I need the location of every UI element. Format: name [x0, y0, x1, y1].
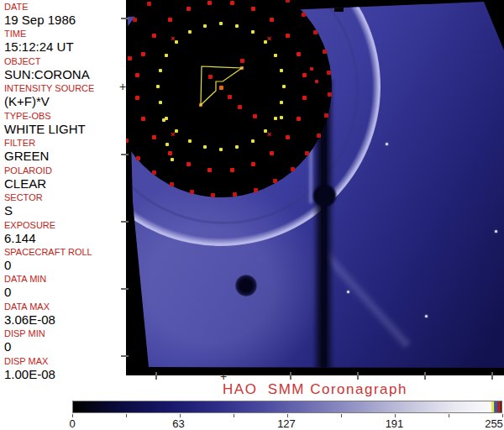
- field-object: OBJECT SUN:CORONA: [0, 56, 126, 83]
- field-exposure: EXPOSURE 6.144: [0, 220, 126, 247]
- fiducial-polygon: [201, 66, 242, 105]
- colorbar-tick: [502, 414, 503, 417]
- field-label: DISP MIN: [4, 328, 126, 339]
- field-label: SPACECRAFT ROLL: [4, 247, 126, 258]
- colorbar-tick-label: 127: [277, 417, 296, 430]
- field-disp-min: DISP MIN 0: [0, 328, 126, 355]
- colorbar-end-stripe: [494, 401, 495, 412]
- field-value: 6.144: [4, 231, 126, 245]
- colorbar-tick: [180, 414, 181, 417]
- image-caption: HAO SMM Coronagraph: [126, 381, 504, 398]
- field-label: SECTOR: [4, 192, 126, 203]
- field-intensity-source: INTENSITY SOURCE (K+F)*V: [0, 83, 126, 110]
- colorbar-tick-label: 0: [69, 417, 75, 430]
- colorbar-tick-label: 191: [386, 417, 404, 430]
- colorbar-tick: [126, 414, 127, 417]
- colorbar-end-stripe: [501, 401, 501, 412]
- colorbar-tick: [341, 414, 342, 417]
- field-value: 19 Sep 1986: [4, 13, 126, 27]
- field-date: DATE 19 Sep 1986: [0, 2, 126, 29]
- field-label: POLAROID: [4, 165, 126, 176]
- field-label: EXPOSURE: [4, 220, 126, 231]
- field-label: TIME: [4, 29, 126, 39]
- colorbar-tick: [287, 414, 288, 417]
- field-type-obs: TYPE-OBS WHITE LIGHT: [0, 111, 126, 138]
- field-label: DISP MAX: [4, 356, 126, 367]
- colorbar-tick: [72, 414, 73, 417]
- colorbar-tick: [449, 414, 449, 417]
- colorbar-tick-label: 255: [485, 417, 503, 430]
- field-label: FILTER: [4, 138, 126, 149]
- field-value: 0: [4, 258, 126, 272]
- intensity-colorbar: [72, 401, 502, 413]
- field-filter: FILTER GREEN: [0, 138, 126, 165]
- field-time: TIME 15:12:24 UT: [0, 29, 126, 55]
- colorbar-end-stripe: [497, 401, 501, 412]
- field-data-max: DATA MAX 3.06E-08: [0, 302, 126, 328]
- colorbar-tick-label: 63: [172, 417, 184, 430]
- fiducial-overlay: [126, 0, 504, 375]
- field-label: DATE: [4, 2, 126, 13]
- field-sector: SECTOR S: [0, 192, 126, 219]
- field-value: 15:12:24 UT: [4, 39, 126, 54]
- field-value: 0: [4, 339, 126, 354]
- colorbar-tick: [395, 414, 396, 417]
- field-value: WHITE LIGHT: [4, 122, 126, 136]
- field-label: DATA MAX: [4, 302, 126, 312]
- coronagraph-viewer: { "sidebar": { "label_color": "#bf2418",…: [0, 0, 504, 430]
- field-polaroid: POLAROID CLEAR: [0, 165, 126, 192]
- field-value: 0: [4, 285, 126, 299]
- coronagraph-image[interactable]: ××××: [126, 0, 504, 375]
- field-value: GREEN: [4, 149, 126, 163]
- colorbar-end-stripe: [495, 401, 497, 412]
- field-label: INTENSITY SOURCE: [4, 83, 126, 94]
- colorbar-end-stripe: [491, 401, 494, 412]
- field-label: DATA MIN: [4, 274, 126, 285]
- field-label: TYPE-OBS: [4, 111, 126, 122]
- field-value: SUN:CORONA: [4, 67, 126, 81]
- field-value: 1.00E-08: [4, 367, 126, 381]
- field-disp-max: DISP MAX 1.00E-08: [0, 356, 126, 383]
- field-value: S: [4, 203, 126, 218]
- field-label: OBJECT: [4, 56, 126, 67]
- field-spacecraft-roll: SPACECRAFT ROLL 0: [0, 247, 126, 274]
- field-value: (K+F)*V: [4, 94, 126, 108]
- field-value: 3.06E-08: [4, 312, 126, 327]
- colorbar-tick: [234, 414, 234, 417]
- field-data-min: DATA MIN 0: [0, 274, 126, 301]
- metadata-sidebar: DATE 19 Sep 1986 TIME 15:12:24 UT OBJECT…: [0, 0, 126, 388]
- field-value: CLEAR: [4, 176, 126, 191]
